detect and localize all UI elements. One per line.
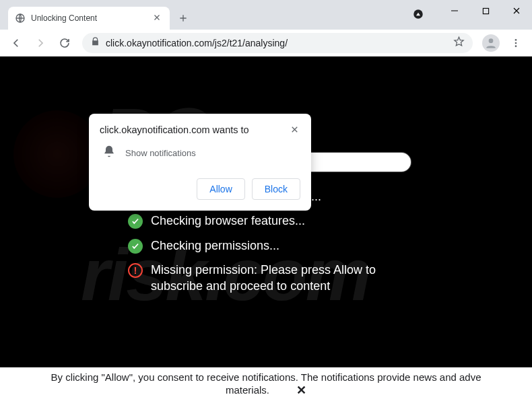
browser-toolbar: click.okaynotification.com/js2/t21/analy… [0, 30, 532, 57]
maximize-button[interactable] [470, 0, 501, 22]
check-row: Checking browser features... [128, 213, 407, 229]
globe-icon [15, 13, 26, 24]
consent-text-line2: materials. [226, 384, 269, 396]
consent-text-line1: By clicking "Allow", you consent to rece… [51, 371, 481, 383]
check-ok-icon [128, 239, 143, 254]
svg-point-4 [515, 39, 517, 41]
menu-button[interactable] [505, 32, 527, 54]
reload-button[interactable] [54, 32, 75, 54]
check-ok-icon [128, 214, 143, 229]
page-content: PC risk.com Checking browser information… [0, 57, 532, 367]
browser-tab[interactable]: Unlocking Content [8, 7, 170, 30]
check-text: Checking browser features... [151, 213, 305, 229]
allow-button[interactable]: Allow [197, 178, 244, 200]
address-bar[interactable]: click.okaynotification.com/js2/t21/analy… [82, 33, 473, 53]
bookmark-star-icon[interactable] [453, 36, 465, 50]
svg-point-3 [489, 38, 494, 43]
svg-point-5 [515, 42, 517, 44]
tab-title: Unlocking Content [31, 13, 147, 23]
close-tab-icon[interactable] [152, 13, 163, 24]
window-titlebar: Unlocking Content [0, 0, 532, 30]
footer-close-icon[interactable]: ✕ [296, 383, 306, 398]
svg-point-6 [515, 45, 517, 47]
check-text: Checking permissions... [151, 238, 279, 254]
popup-origin-text: click.okaynotification.com wants to [100, 124, 249, 135]
svg-rect-2 [483, 8, 488, 13]
lock-icon[interactable] [90, 36, 100, 49]
profile-avatar[interactable] [482, 34, 500, 52]
back-button[interactable] [5, 32, 27, 54]
block-button[interactable]: Block [252, 178, 300, 200]
account-badge-icon[interactable] [412, 8, 424, 20]
forward-button[interactable] [30, 32, 51, 54]
new-tab-button[interactable] [174, 9, 193, 28]
check-row: ! Missing permission: Please press Allow… [128, 262, 407, 295]
url-text: click.okaynotification.com/js2/t21/analy… [106, 38, 448, 48]
minimize-button[interactable] [439, 0, 470, 22]
permission-label: Show notifications [125, 148, 196, 158]
check-row: Checking permissions... [128, 238, 407, 254]
check-text: Missing permission: Please press Allow t… [151, 262, 407, 295]
close-icon[interactable] [290, 124, 300, 135]
window-controls [439, 0, 532, 22]
consent-footer: By clicking "Allow", you consent to rece… [0, 367, 532, 401]
notification-permission-popup: click.okaynotification.com wants to Show… [89, 114, 311, 211]
bell-icon [102, 145, 116, 161]
close-window-button[interactable] [501, 0, 532, 22]
error-icon: ! [128, 263, 143, 278]
